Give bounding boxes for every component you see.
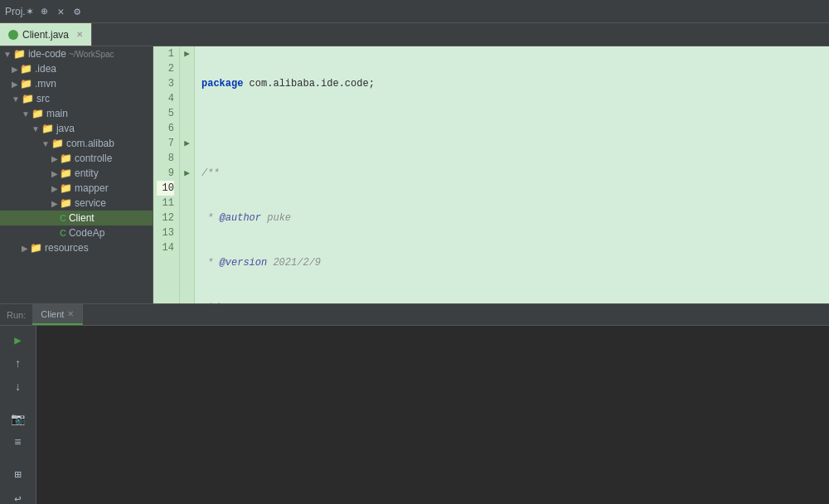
resources-label: resources (45, 242, 89, 254)
entity-label: entity (75, 167, 99, 179)
mapper-folder-icon: 📁 (60, 182, 72, 194)
code-line-1: package com.alibaba.ide.code; (201, 76, 822, 91)
top-bar-left: Proj.✶ ⊕ ✕ ⚙ (5, 5, 83, 18)
code-editor[interactable]: package com.alibaba.ide.code; /** * @aut… (195, 46, 829, 303)
run-camera-button[interactable]: 📷 (8, 410, 27, 429)
src-label: src (36, 93, 50, 104)
root-subtitle: ~/WorkSpac (69, 50, 114, 59)
code-line-2 (201, 121, 822, 136)
tab-client-java[interactable]: Client.java ✕ (0, 23, 92, 46)
entity-arrow: ▶ (51, 169, 58, 178)
run-down-button[interactable]: ↓ (12, 378, 23, 396)
run-tab-close-button[interactable]: ✕ (67, 309, 74, 318)
resources-arrow: ▶ (22, 244, 28, 253)
sidebar-item-mapper[interactable]: ▶ 📁 mapper (0, 181, 153, 196)
sidebar-item-resources[interactable]: ▶ 📁 resources (0, 240, 153, 255)
tab-close-button[interactable]: ✕ (76, 30, 83, 39)
sidebar-item-service[interactable]: ▶ 📁 service (0, 196, 153, 211)
codeapp-label: CodeAp (69, 227, 104, 239)
idea-folder-icon: 📁 (20, 63, 32, 75)
editor-area[interactable]: 12345 678910 11121314 ▶ ▶ ▶ (153, 46, 829, 303)
main-folder-icon: 📁 (32, 108, 44, 119)
service-label: service (75, 197, 106, 209)
java-folder-icon: 📁 (41, 123, 54, 134)
run-list-button[interactable]: ≡ (12, 434, 23, 452)
client-file-icon: C (60, 213, 66, 223)
run-export-button[interactable]: ⊞ (12, 465, 23, 484)
com-folder-icon: 📁 (51, 138, 64, 149)
client-label: Client (69, 212, 95, 224)
sidebar-item-mvn[interactable]: ▶ 📁 .mvn (0, 76, 153, 91)
idea-arrow: ▶ (12, 65, 18, 74)
run-tab-client[interactable]: Client ✕ (32, 304, 83, 325)
service-arrow: ▶ (51, 199, 58, 208)
run-label: Run: (0, 310, 32, 320)
sidebar-item-java[interactable]: ▼ 📁 java (0, 121, 153, 136)
main-area: ▼ 📁 ide-code ~/WorkSpac ▶ 📁 .idea ▶ 📁 .m… (0, 46, 829, 303)
file-tree: ▼ 📁 ide-code ~/WorkSpac ▶ 📁 .idea ▶ 📁 .m… (0, 46, 153, 303)
gutter: ▶ ▶ ▶ (180, 46, 195, 303)
gutter-7[interactable]: ▶ (180, 136, 194, 151)
project-name[interactable]: Proj.✶ (5, 6, 34, 17)
controller-folder-icon: 📁 (60, 153, 72, 164)
run-output (36, 326, 829, 504)
settings-icon[interactable]: ⚙ (71, 5, 83, 18)
sidebar-item-controller[interactable]: ▶ 📁 controlle (0, 151, 153, 166)
gutter-3[interactable]: ▶ (180, 46, 194, 61)
globe-icon[interactable]: ⊕ (39, 5, 51, 18)
gutter-9[interactable]: ▶ (180, 166, 194, 181)
top-bar: Proj.✶ ⊕ ✕ ⚙ (0, 0, 829, 23)
sidebar-item-client[interactable]: ▶ C Client (0, 211, 153, 225)
src-folder-icon: 📁 (22, 93, 34, 104)
close-icon[interactable]: ✕ (56, 5, 67, 18)
mapper-label: mapper (75, 182, 109, 194)
tab-label: Client.java (22, 29, 69, 41)
sidebar-item-src[interactable]: ▼ 📁 src (0, 91, 153, 106)
mvn-arrow: ▶ (12, 80, 18, 89)
root-label: ide-code (28, 48, 66, 60)
service-folder-icon: 📁 (60, 197, 72, 209)
sidebar-item-com-alibab[interactable]: ▼ 📁 com.alibab (0, 136, 153, 151)
code-line-4: * @author puke (201, 211, 822, 225)
java-label: java (56, 123, 75, 134)
resources-folder-icon: 📁 (30, 242, 42, 254)
run-import-button[interactable]: ↩ (12, 489, 23, 504)
com-label: com.alibab (66, 138, 114, 149)
idea-label: .idea (35, 63, 56, 75)
java-arrow: ▼ (32, 124, 40, 133)
main-arrow: ▼ (22, 109, 30, 119)
root-folder-icon: 📁 (13, 48, 26, 60)
sidebar-item-idea[interactable]: ▶ 📁 .idea (0, 61, 153, 76)
com-arrow: ▼ (41, 139, 50, 148)
tree-root[interactable]: ▼ 📁 ide-code ~/WorkSpac (0, 46, 153, 61)
mvn-label: .mvn (35, 78, 56, 90)
sidebar-item-codeapp[interactable]: ▶ C CodeAp (0, 225, 153, 240)
run-toolbar: ▶ ↑ ↓ 📷 ≡ ⊞ ↩ ⊞ 🗑 📌 (0, 326, 36, 504)
run-tab-name: Client (41, 309, 64, 319)
mapper-arrow: ▶ (51, 184, 58, 193)
sidebar-item-entity[interactable]: ▶ 📁 entity (0, 166, 153, 181)
run-content: ▶ ↑ ↓ 📷 ≡ ⊞ ↩ ⊞ 🗑 📌 (0, 326, 829, 504)
run-up-button[interactable]: ↑ (12, 355, 23, 373)
code-content: 12345 678910 11121314 ▶ ▶ ▶ (153, 46, 829, 303)
code-line-3: /** (201, 166, 822, 181)
controller-label: controlle (75, 153, 112, 164)
file-type-icon (8, 30, 18, 40)
root-arrow: ▼ (3, 50, 12, 59)
sidebar-item-main[interactable]: ▼ 📁 main (0, 106, 153, 121)
codeapp-file-icon: C (60, 228, 66, 238)
run-panel: Run: Client ✕ ▶ ↑ ↓ 📷 ≡ ⊞ ↩ ⊞ 🗑 📌 (0, 303, 829, 504)
entity-folder-icon: 📁 (60, 167, 72, 179)
mvn-folder-icon: 📁 (20, 78, 32, 90)
code-line-5: * @version 2021/2/9 (201, 255, 822, 270)
line-numbers: 12345 678910 11121314 (153, 46, 180, 303)
run-play-button[interactable]: ▶ (12, 331, 23, 350)
run-tabs: Run: Client ✕ (0, 304, 829, 326)
src-arrow: ▼ (12, 94, 20, 104)
main-label: main (46, 108, 68, 119)
tab-bar: Client.java ✕ (0, 23, 829, 46)
controller-arrow: ▶ (51, 154, 58, 163)
